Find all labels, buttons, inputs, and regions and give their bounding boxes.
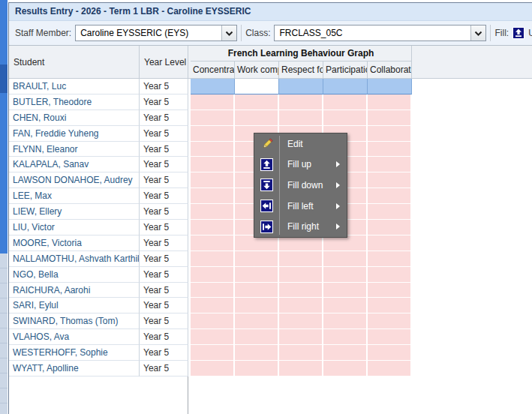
result-cell[interactable] <box>235 329 279 345</box>
result-cell[interactable] <box>368 329 412 345</box>
menu-item-fill-right[interactable]: Fill right <box>254 216 347 237</box>
year-level-column-header[interactable]: Year Level <box>140 46 188 79</box>
result-cell[interactable] <box>279 361 323 376</box>
result-cell[interactable] <box>368 157 412 172</box>
result-cell[interactable] <box>191 329 235 345</box>
result-cell[interactable] <box>279 251 323 267</box>
fill-up-icon[interactable] <box>512 27 524 39</box>
result-column-header[interactable]: Concentrat <box>191 62 235 79</box>
result-cell[interactable] <box>323 361 368 376</box>
result-cell[interactable] <box>279 267 323 283</box>
result-cell[interactable] <box>279 94 323 110</box>
student-name: SWINARD, Thomas (Tom) <box>9 314 140 329</box>
year-level: Year 5 <box>140 314 188 329</box>
result-cell[interactable] <box>235 236 279 251</box>
table-row: NGO, BellaYear 5 <box>9 267 532 283</box>
result-cell[interactable] <box>235 94 279 110</box>
result-cell[interactable] <box>191 267 235 283</box>
result-cell[interactable] <box>191 142 235 158</box>
result-cell[interactable] <box>279 283 323 298</box>
result-cell[interactable] <box>191 188 235 204</box>
result-cell[interactable] <box>235 79 279 94</box>
result-cell[interactable] <box>279 329 323 345</box>
result-cell[interactable] <box>279 236 323 251</box>
menu-item-label: Fill left <box>287 201 336 212</box>
result-column-header[interactable]: Collaborati <box>368 62 412 79</box>
result-cell[interactable] <box>368 110 412 126</box>
result-cell[interactable] <box>191 314 235 329</box>
result-cell[interactable] <box>368 79 412 94</box>
result-cell[interactable] <box>191 236 235 251</box>
result-cell[interactable] <box>279 298 323 314</box>
result-cell[interactable] <box>191 251 235 267</box>
result-cell[interactable] <box>368 345 412 361</box>
result-cell[interactable] <box>323 329 368 345</box>
menu-item-edit[interactable]: Edit <box>254 134 347 154</box>
result-cell[interactable] <box>323 79 368 94</box>
result-cell[interactable] <box>323 251 368 267</box>
staff-member-select[interactable]: Caroline EYSSERIC (EYS) <box>75 25 237 41</box>
result-cell[interactable] <box>368 188 412 204</box>
result-cell[interactable] <box>368 267 412 283</box>
result-cell[interactable] <box>235 267 279 283</box>
result-cell[interactable] <box>191 157 235 172</box>
result-cell[interactable] <box>279 314 323 329</box>
result-cell[interactable] <box>191 94 235 110</box>
result-cell[interactable] <box>368 283 412 298</box>
chevron-down-icon[interactable] <box>221 26 236 40</box>
result-cell[interactable] <box>323 298 368 314</box>
result-cell[interactable] <box>235 283 279 298</box>
result-cell[interactable] <box>368 314 412 329</box>
result-cell[interactable] <box>368 142 412 158</box>
fill-left-icon <box>254 200 279 212</box>
class-select[interactable]: FRCLASS_05C <box>274 25 486 41</box>
menu-item-fill-up[interactable]: Fill up <box>254 154 347 176</box>
result-cell[interactable] <box>191 283 235 298</box>
toolbar: Staff Member: Caroline EYSSERIC (EYS) Cl… <box>9 21 532 45</box>
result-cell[interactable] <box>368 204 412 220</box>
result-cell[interactable] <box>323 236 368 251</box>
result-cell[interactable] <box>191 361 235 376</box>
result-cell[interactable] <box>279 110 323 126</box>
result-cell[interactable] <box>191 126 235 142</box>
chevron-down-icon[interactable] <box>470 26 485 40</box>
result-cell[interactable] <box>368 172 412 188</box>
result-column-header[interactable]: Respect for <box>279 62 323 79</box>
student-name: LAWSON DONAHOE, Audrey <box>9 172 140 188</box>
year-level: Year 5 <box>140 251 188 267</box>
result-cell[interactable] <box>191 110 235 126</box>
toolbar-separator <box>490 25 491 41</box>
menu-item-fill-down[interactable]: Fill down <box>254 175 347 196</box>
result-cell[interactable] <box>368 251 412 267</box>
result-cell[interactable] <box>191 298 235 314</box>
result-cell[interactable] <box>323 283 368 298</box>
menu-item-fill-left[interactable]: Fill left <box>254 196 347 217</box>
result-cell[interactable] <box>368 236 412 251</box>
result-cell[interactable] <box>368 298 412 314</box>
result-cell[interactable] <box>323 267 368 283</box>
result-cell[interactable] <box>323 314 368 329</box>
result-cell[interactable] <box>279 79 323 94</box>
result-cell[interactable] <box>235 298 279 314</box>
result-cell[interactable] <box>235 314 279 329</box>
result-cell[interactable] <box>323 345 368 361</box>
result-cell[interactable] <box>235 110 279 126</box>
result-cell[interactable] <box>191 204 235 220</box>
result-cell[interactable] <box>323 94 368 110</box>
result-cell[interactable] <box>368 126 412 142</box>
result-column-header[interactable]: Participatio <box>323 62 368 79</box>
student-column-header[interactable]: Student <box>9 46 140 79</box>
result-cell[interactable] <box>279 345 323 361</box>
result-cell[interactable] <box>191 172 235 188</box>
result-cell[interactable] <box>235 345 279 361</box>
result-cell[interactable] <box>368 361 412 376</box>
result-cell[interactable] <box>191 220 235 236</box>
result-cell[interactable] <box>191 345 235 361</box>
result-cell[interactable] <box>368 220 412 236</box>
result-cell[interactable] <box>191 79 235 94</box>
result-cell[interactable] <box>235 251 279 267</box>
result-column-header[interactable]: Work comp <box>235 62 279 79</box>
result-cell[interactable] <box>323 110 368 126</box>
result-cell[interactable] <box>235 361 279 376</box>
result-cell[interactable] <box>368 94 412 110</box>
